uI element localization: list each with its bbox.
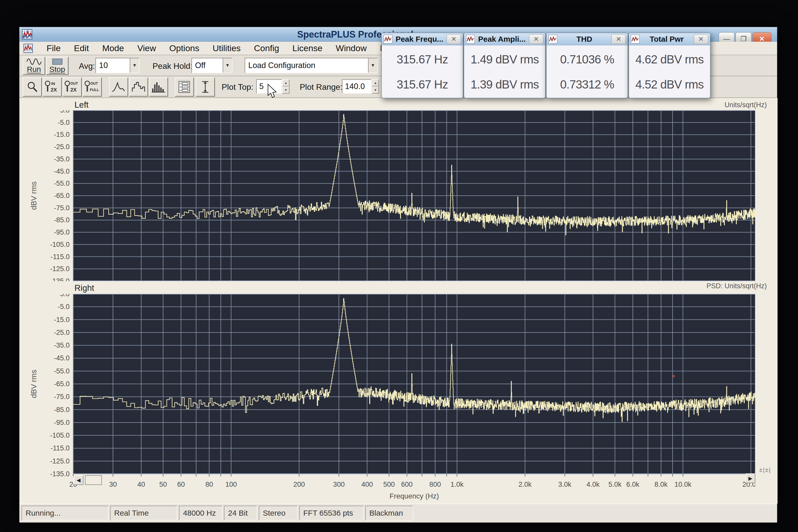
left-channel-label: Left [74, 100, 89, 110]
status-fft-size: FFT 65536 pts [299, 506, 364, 520]
meter-close-button[interactable]: ✕ [529, 34, 543, 44]
plot-top-spinner[interactable]: ▲ ▼ [282, 79, 290, 94]
status-window-function: Blackman [365, 506, 413, 520]
zoom-out-2x-button[interactable]: OUT 2X [63, 77, 82, 96]
zoom-tool-button[interactable] [23, 77, 42, 96]
status-spacer [415, 506, 774, 520]
meter-title-bar[interactable]: THD ✕ [546, 33, 628, 45]
scroll-right-button[interactable]: ▶ [745, 473, 755, 483]
meter-title-bar[interactable]: Peak Frequ... ✕ [382, 33, 463, 45]
menu-view[interactable]: View [131, 42, 163, 54]
meter-title-bar[interactable]: Total Pwr ✕ [629, 33, 710, 45]
menu-window[interactable]: Window [329, 42, 373, 54]
spectrum-grid-icon [24, 44, 32, 53]
menu-options[interactable]: Options [163, 42, 206, 54]
meter-title: Total Pwr [639, 35, 694, 43]
red-marker [673, 375, 675, 377]
bar-plot-button[interactable] [149, 77, 168, 96]
meter-title: Peak Ampli... [475, 35, 529, 43]
peak-frequency-meter-window[interactable]: Peak Frequ... ✕ 315.67 Hz 315.67 Hz [381, 33, 463, 98]
chevron-down-icon[interactable]: ▼ [368, 58, 377, 73]
meter-title-bar[interactable]: Peak Ampli... ✕ [464, 33, 545, 45]
peak-hold-value: Off [192, 61, 223, 70]
resize-gripper-icon[interactable]: ±|±| [759, 466, 771, 473]
zoom-out-full-button[interactable]: OUT FULL [83, 77, 101, 96]
peak-amplitude-meter-window[interactable]: Peak Ampli... ✕ 1.49 dBV rms 1.39 dBV rm… [464, 33, 546, 98]
svg-text:2.0k: 2.0k [519, 480, 532, 488]
waveform-icon [466, 35, 475, 43]
step-plot-button[interactable] [129, 77, 148, 96]
child-window-icon [23, 44, 33, 53]
svg-text:-95.0: -95.0 [54, 228, 70, 236]
zoom-in-2x-button[interactable]: IN 2X [43, 77, 62, 96]
line-plot-button[interactable] [109, 77, 128, 96]
svg-text:-125.0: -125.0 [50, 265, 70, 273]
meter-close-button[interactable]: ✕ [447, 34, 461, 44]
svg-text:100: 100 [225, 480, 237, 488]
vertical-range-button[interactable] [196, 77, 215, 96]
run-button[interactable]: Run [23, 57, 45, 75]
spinner-down-icon[interactable]: ▼ [282, 87, 290, 94]
menu-mode[interactable]: Mode [95, 42, 131, 54]
plot-range-input[interactable]: 140.0 [342, 79, 371, 94]
svg-text:OUT: OUT [90, 81, 98, 86]
meter-value-right: 0.73312 % [560, 77, 614, 91]
stop-label: Stop [50, 65, 65, 73]
meter-readout: 315.67 Hz 315.67 Hz [382, 45, 463, 98]
scrollbar-thumb[interactable] [85, 475, 102, 485]
plot-range-spinner[interactable]: ▲ ▼ [372, 79, 379, 94]
svg-text:6.0k: 6.0k [626, 480, 639, 488]
right-spectrum-plot[interactable]: 5.0-5.0-15.0-25.0-35.0-45.0-55.0-65.0-75… [24, 294, 755, 504]
svg-text:-115.0: -115.0 [51, 253, 70, 261]
svg-text:-5.0: -5.0 [58, 119, 70, 126]
arrow-cursor-icon [266, 84, 278, 98]
left-spectrum-plot[interactable]: 5.0-5.0-15.0-25.0-35.0-45.0-55.0-65.0-75… [24, 110, 755, 282]
svg-text:600: 600 [401, 480, 412, 488]
meter-close-button[interactable]: ✕ [611, 34, 626, 44]
svg-text:200: 200 [293, 480, 305, 488]
svg-text:OUT: OUT [70, 81, 78, 86]
spinner-down-icon[interactable]: ▼ [372, 87, 379, 94]
menu-license[interactable]: License [286, 42, 329, 54]
spinner-up-icon[interactable]: ▲ [282, 79, 290, 87]
svg-text:40: 40 [137, 480, 145, 488]
svg-text:-15.0: -15.0 [54, 316, 70, 324]
peak-hold-combobox[interactable]: Off ▼ [191, 58, 233, 73]
menu-edit[interactable]: Edit [67, 42, 96, 54]
total-power-meter-window[interactable]: Total Pwr ✕ 4.62 dBV rms 4.52 dBV rms [629, 33, 710, 98]
list-boxes-icon [179, 81, 190, 93]
magnifier-out-2x-icon: OUT 2X [64, 80, 80, 94]
svg-text:-135.0: -135.0 [50, 470, 70, 478]
svg-text:-45.0: -45.0 [54, 354, 70, 362]
avg-combobox[interactable]: 10 ▼ [95, 58, 140, 73]
svg-text:-65.0: -65.0 [54, 192, 70, 200]
load-configuration-combobox[interactable]: Load Configuration ▼ [245, 58, 378, 73]
menu-file[interactable]: File [40, 42, 67, 54]
meter-close-button[interactable]: ✕ [694, 34, 708, 44]
svg-text:5.0: 5.0 [60, 110, 70, 114]
spectraplus-main-window: SpectraPLUS Professional — ❐ ✕ File Edit… [19, 27, 777, 522]
spinner-up-icon[interactable]: ▲ [372, 79, 379, 87]
waveform-icon [384, 35, 392, 43]
svg-text:2X: 2X [70, 87, 77, 93]
svg-text:IN: IN [51, 81, 55, 86]
chevron-down-icon[interactable]: ▼ [223, 58, 232, 73]
svg-text:-105.0: -105.0 [50, 241, 70, 248]
svg-text:400: 400 [361, 480, 373, 488]
sine-wave-icon [26, 58, 42, 65]
menu-config[interactable]: Config [247, 42, 285, 54]
svg-text:5.0k: 5.0k [608, 480, 621, 488]
load-configuration-value: Load Configuration [245, 61, 368, 70]
status-sample-rate: 48000 Hz [179, 506, 222, 520]
meter-value-right: 315.67 Hz [397, 77, 448, 91]
stop-button[interactable]: Stop [46, 57, 68, 75]
display-options-button[interactable] [175, 77, 194, 96]
chevron-down-icon[interactable]: ▼ [130, 58, 139, 73]
thd-meter-window[interactable]: THD ✕ 0.71036 % 0.73312 % [546, 33, 628, 98]
spectrum-line-icon [112, 81, 125, 93]
status-channels: Stereo [259, 506, 298, 520]
menu-utilities[interactable]: Utilities [206, 42, 247, 54]
scroll-left-button[interactable]: ◀ [74, 475, 83, 485]
close-icon: ✕ [534, 36, 539, 43]
svg-text:800: 800 [429, 480, 441, 488]
